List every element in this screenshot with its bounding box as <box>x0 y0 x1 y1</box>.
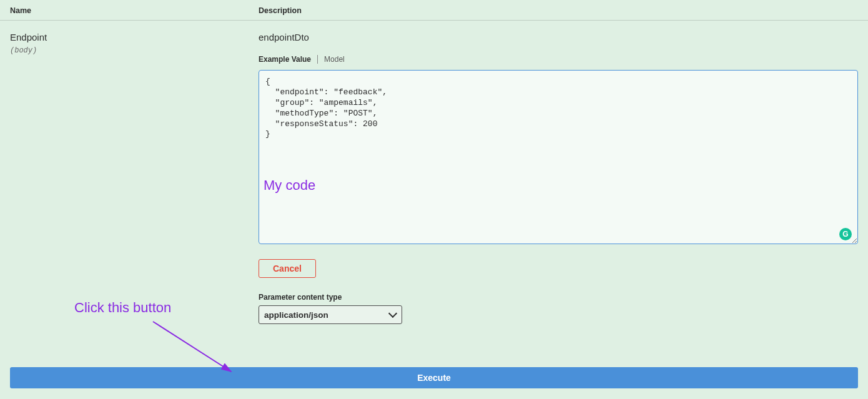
parameter-name: Endpoint <box>10 32 259 42</box>
tab-model[interactable]: Model <box>318 55 345 64</box>
content-type-block: Parameter content type application/json <box>259 293 858 324</box>
parameter-name-cell: Endpoint (body) <box>10 32 259 55</box>
parameter-description: endpointDto <box>259 32 858 42</box>
body-tabs: Example Value Model <box>259 55 858 64</box>
annotation-click-this-button: Click this button <box>74 300 171 316</box>
cancel-button[interactable]: Cancel <box>259 259 316 278</box>
grammarly-letter: G <box>842 230 848 239</box>
execute-button[interactable]: Execute <box>10 367 858 388</box>
parameter-in: (body) <box>10 46 259 55</box>
body-textarea-wrap: G <box>259 70 858 247</box>
column-header-name: Name <box>10 6 259 15</box>
svg-line-0 <box>153 322 231 372</box>
parameters-table: Name Description Endpoint (body) endpoin… <box>0 0 868 324</box>
column-header-description: Description <box>259 6 858 15</box>
tab-example-value[interactable]: Example Value <box>259 55 318 64</box>
parameter-row: Endpoint (body) endpointDto Example Valu… <box>0 21 868 324</box>
annotation-my-code: My code <box>264 177 315 194</box>
grammarly-icon[interactable]: G <box>839 228 852 240</box>
parameters-header-row: Name Description <box>0 0 868 21</box>
content-type-label: Parameter content type <box>259 293 858 302</box>
content-type-select[interactable]: application/json <box>259 305 402 324</box>
request-body-textarea[interactable] <box>259 70 858 244</box>
content-type-select-wrap: application/json <box>259 305 402 324</box>
parameter-description-cell: endpointDto Example Value Model G Cancel… <box>259 32 858 324</box>
